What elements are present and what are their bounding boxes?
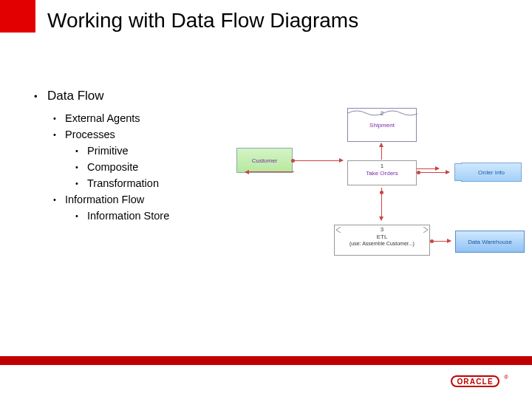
- footer-bar: [0, 356, 532, 365]
- process-sublabel: (use: Assemble Customer...): [349, 241, 415, 247]
- external-agent-customer: Customer: [236, 148, 293, 173]
- bullet-l3: Transformation: [33, 177, 254, 189]
- store-label: Order Info: [478, 169, 505, 176]
- store-order-info: Order Info: [461, 163, 522, 182]
- oracle-logo: ORACLE ®: [451, 375, 508, 387]
- bullet-l3: Information Store: [33, 210, 254, 222]
- brand-block: [0, 0, 35, 33]
- chevron-right-icon: [422, 227, 428, 233]
- store-lip: [454, 163, 462, 181]
- flow-arrow: [433, 241, 451, 242]
- oracle-wordmark: ORACLE: [451, 375, 499, 387]
- store-data-warehouse: Data Warehouse: [455, 231, 525, 253]
- bullet-l2: External Agents: [33, 112, 254, 124]
- process-etl: 3 ETL (use: Assemble Customer...): [334, 225, 430, 256]
- process-number: 3: [381, 227, 383, 233]
- flow-arrow: [420, 172, 449, 173]
- bullet-l2: Information Flow: [33, 194, 254, 205]
- flow-arrow: [417, 168, 439, 169]
- process-shipment: 2 Shipment: [347, 108, 417, 142]
- agent-label: Customer: [252, 157, 278, 164]
- wave-icon: [348, 109, 417, 116]
- dfd-diagram: 2 Shipment Customer 1 Take Orders Order …: [236, 95, 525, 279]
- process-label: Shipment: [369, 122, 395, 129]
- flow-arrow: [245, 171, 294, 172]
- process-label: Take Orders: [366, 170, 398, 177]
- flow-arrow: [381, 188, 382, 220]
- bullet-l2: Processes: [33, 129, 254, 140]
- process-number: 1: [381, 163, 383, 169]
- process-take-orders: 1 Take Orders: [347, 160, 417, 185]
- chevron-left-icon: [336, 227, 342, 233]
- bullet-l3: Composite: [33, 161, 254, 173]
- flow-arrow: [294, 160, 343, 161]
- process-label: ETL: [377, 234, 388, 241]
- flow-arrow: [381, 143, 382, 160]
- registered-mark: ®: [504, 374, 508, 381]
- store-label: Data Warehouse: [468, 239, 512, 245]
- bullet-list: Data Flow External Agents Processes Prim…: [33, 89, 254, 226]
- slide-title: Working with Data Flow Diagrams: [47, 9, 358, 33]
- bullet-l1: Data Flow: [33, 89, 254, 103]
- bullet-l3: Primitive: [33, 145, 254, 157]
